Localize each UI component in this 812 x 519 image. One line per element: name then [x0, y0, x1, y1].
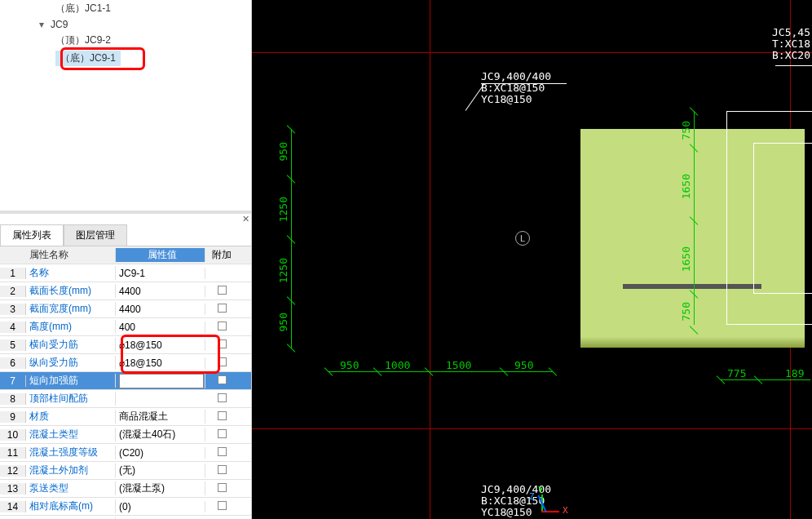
tree-view[interactable]: （底）JC1-1 ▾JC9 （顶）JC9-2 （底）JC9-1: [0, 0, 251, 211]
prop-name[interactable]: 混凝土类型: [26, 428, 116, 441]
prop-name[interactable]: 横向受力筋: [26, 338, 116, 352]
prop-value[interactable]: 4400: [116, 286, 205, 297]
tree-node-jc9-2[interactable]: （顶）JC9-2: [7, 32, 245, 49]
prop-value[interactable]: ⌀18@150: [116, 339, 205, 351]
dimension-tick: [689, 325, 699, 335]
prop-name[interactable]: 纵向受力筋: [26, 356, 116, 370]
prop-name[interactable]: 顶部柱间配筋: [26, 392, 116, 406]
dimension-text: 950: [277, 142, 289, 161]
dimension-tick: [286, 343, 296, 353]
dimension-text: 750: [680, 121, 692, 140]
prop-value[interactable]: (混凝土40石): [116, 428, 205, 441]
axis-label-z: Z: [529, 491, 535, 502]
gridline-v: [430, 0, 430, 519]
left-panel: （底）JC1-1 ▾JC9 （顶）JC9-2 （底）JC9-1 ✕ 属性列表 图…: [0, 0, 252, 519]
prop-name[interactable]: 截面宽度(mm): [26, 302, 116, 316]
tab-properties[interactable]: 属性列表: [0, 224, 64, 246]
prop-name[interactable]: 截面长度(mm): [26, 284, 116, 298]
checkbox[interactable]: [218, 357, 227, 366]
prop-value[interactable]: 4400: [116, 304, 205, 315]
prop-name[interactable]: 高度(mm): [26, 320, 116, 334]
dimension-text: 1650: [680, 174, 692, 199]
tree-node-jc1-1[interactable]: （底）JC1-1: [7, 0, 245, 17]
dimension-text: 750: [680, 302, 692, 321]
prop-name[interactable]: 名称: [26, 266, 116, 280]
prop-name[interactable]: 泵送类型: [26, 481, 116, 495]
cad-label-jc5: JC5,45 T:XC18 B:XC20: [772, 27, 810, 61]
checkbox[interactable]: [218, 393, 227, 402]
prop-value-editing[interactable]: [116, 374, 205, 388]
dimension-line: [329, 371, 553, 372]
prop-name[interactable]: 材质: [26, 410, 116, 424]
prop-name[interactable]: 相对底标高(m): [26, 499, 116, 513]
checkbox[interactable]: [218, 501, 227, 510]
checkbox[interactable]: [218, 429, 227, 438]
dimension-text: 1000: [385, 359, 410, 371]
dimension-text: 950: [340, 359, 359, 371]
prop-value[interactable]: (0): [116, 501, 205, 512]
axis-label-x: X: [563, 505, 568, 516]
dimension-text: 1250: [277, 197, 289, 222]
dimension-tick: [689, 215, 699, 225]
checkbox[interactable]: [218, 465, 227, 474]
prop-value[interactable]: 商品混凝土: [116, 410, 205, 424]
prop-value[interactable]: JC9-1: [116, 268, 205, 279]
tree-node-jc9[interactable]: ▾JC9: [7, 17, 245, 32]
panel-close-icon[interactable]: ✕: [0, 214, 251, 224]
prop-value[interactable]: (C20): [116, 447, 205, 459]
dimension-text: 1500: [446, 359, 471, 371]
checkbox[interactable]: [218, 339, 227, 348]
property-grid[interactable]: 属性名称 属性值 附加 1名称JC9-1 2截面长度(mm)4400 3截面宽度…: [0, 246, 251, 519]
dimension-tick: [499, 366, 509, 376]
prop-value[interactable]: 400: [116, 322, 205, 333]
prop-value[interactable]: (无): [116, 464, 205, 477]
dimension-text: 1250: [277, 258, 289, 283]
dimension-text: 950: [514, 359, 533, 371]
prop-name[interactable]: 短向加强筋: [26, 374, 116, 388]
dimension-tick: [689, 289, 699, 299]
grid-row-selected[interactable]: 7短向加强筋: [0, 372, 251, 390]
dimension-tick: [753, 375, 763, 384]
header-value[interactable]: 属性值: [116, 248, 205, 262]
prop-value[interactable]: (混凝土泵): [116, 481, 205, 495]
cad-leader: [775, 65, 812, 66]
checkbox[interactable]: [218, 411, 227, 420]
dimension-tick: [373, 366, 382, 376]
dimension-tick: [286, 234, 296, 244]
dimension-tick: [689, 106, 699, 116]
header-name: 属性名称: [26, 248, 116, 262]
dimension-text: 189: [785, 367, 804, 379]
checkbox[interactable]: [218, 447, 227, 456]
tree-node-jc9-1[interactable]: （底）JC9-1: [7, 49, 245, 68]
cad-canvas[interactable]: JC9,400/400 B:XC18@150 YC18@150 JC5,45 T…: [252, 0, 812, 519]
checkbox[interactable]: [218, 322, 227, 330]
dimension-line: [721, 379, 810, 380]
checkbox[interactable]: [218, 375, 227, 384]
cad-element-outline: [753, 143, 812, 294]
checkbox[interactable]: [218, 483, 227, 492]
prop-name[interactable]: 混凝土强度等级: [26, 446, 116, 459]
dimension-tick: [324, 366, 333, 376]
l-marker-icon[interactable]: L: [515, 231, 530, 246]
gridline-h: [252, 52, 812, 53]
tab-layers[interactable]: 图层管理: [64, 224, 127, 246]
dimension-tick: [286, 124, 296, 134]
caret-down-icon[interactable]: ▾: [39, 19, 47, 30]
prop-value[interactable]: ⌀18@150: [116, 357, 205, 369]
gridline-h: [252, 428, 812, 429]
dimension-text: 950: [277, 313, 289, 331]
header-extra: 附加: [205, 248, 238, 262]
dimension-tick: [286, 174, 296, 184]
cad-label-jc9-top: JC9,400/400 B:XC18@150 YC18@150: [481, 71, 551, 105]
dimension-tick: [689, 143, 699, 153]
panel-tabs: 属性列表 图层管理: [0, 224, 251, 246]
dimension-text: 775: [727, 367, 746, 379]
prop-name[interactable]: 混凝土外加剂: [26, 464, 116, 477]
dimension-tick: [548, 366, 558, 376]
dimension-tick: [424, 366, 434, 376]
grid-header: 属性名称 属性值 附加: [0, 246, 251, 264]
checkbox[interactable]: [218, 286, 227, 295]
dimension-tick: [286, 295, 296, 305]
checkbox[interactable]: [218, 304, 227, 313]
dimension-tick: [716, 375, 726, 384]
